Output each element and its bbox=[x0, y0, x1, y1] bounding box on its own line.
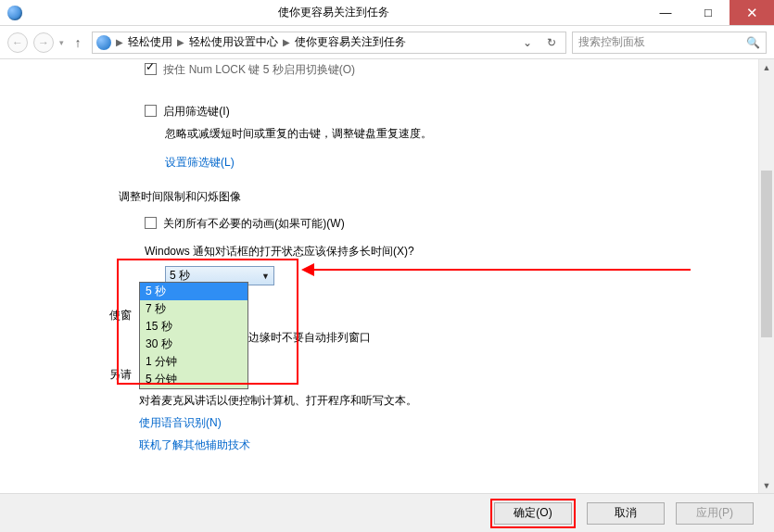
obscured-label-2: 另请 bbox=[109, 367, 132, 383]
speech-recognition-link[interactable]: 使用语音识别(N) bbox=[139, 415, 222, 431]
close-button[interactable]: ✕ bbox=[730, 0, 774, 25]
notification-duration-label: Windows 通知对话框的打开状态应该保持多长时间(X)? bbox=[145, 242, 748, 260]
more-assistive-tech-link[interactable]: 联机了解其他辅助技术 bbox=[139, 437, 250, 453]
address-bar[interactable]: ▶ 轻松使用 ▶ 轻松使用设置中心 ▶ 使你更容易关注到任务 ⌄ ↻ bbox=[92, 32, 566, 54]
titlebar: 使你更容易关注到任务 — □ ✕ bbox=[0, 0, 774, 26]
search-placeholder: 搜索控制面板 bbox=[578, 34, 645, 50]
up-button[interactable]: ↑ bbox=[70, 35, 86, 50]
annotation-arrow bbox=[306, 269, 691, 271]
history-dropdown-icon[interactable]: ▾ bbox=[59, 38, 64, 47]
section-time-limits-header: 调整时间限制和闪烁图像 bbox=[119, 189, 748, 205]
disable-animations-row: 关闭所有不必要的动画(如果可能)(W) bbox=[145, 214, 748, 233]
window-title: 使你更容易关注到任务 bbox=[22, 5, 644, 20]
forward-button[interactable]: → bbox=[33, 32, 54, 53]
address-dropdown-icon[interactable]: ⌄ bbox=[517, 36, 538, 49]
scroll-thumb[interactable] bbox=[761, 171, 772, 337]
chevron-right-icon: ▶ bbox=[174, 37, 187, 47]
footer: 确定(O) 取消 应用(P) bbox=[0, 493, 774, 532]
back-button[interactable]: ← bbox=[7, 32, 28, 53]
chevron-right-icon: ▶ bbox=[113, 37, 126, 47]
scroll-down-icon[interactable]: ▼ bbox=[759, 477, 774, 493]
breadcrumb-seg-2[interactable]: 轻松使用设置中心 bbox=[189, 34, 278, 50]
dropdown-option[interactable]: 15 秒 bbox=[140, 318, 247, 336]
disable-animations-label: 关闭所有不必要的动画(如果可能)(W) bbox=[163, 217, 344, 230]
filter-keys-checkbox[interactable] bbox=[145, 105, 157, 117]
minimize-button[interactable]: — bbox=[644, 0, 687, 25]
scroll-up-icon[interactable]: ▲ bbox=[759, 59, 774, 75]
breadcrumb-seg-3[interactable]: 使你更容易关注到任务 bbox=[295, 34, 406, 50]
toggle-keys-row: 按住 Num LOCK 键 5 秒启用切换键(O) bbox=[145, 61, 748, 78]
chevron-right-icon: ▶ bbox=[280, 37, 293, 47]
toggle-keys-label: 按住 Num LOCK 键 5 秒启用切换键(O) bbox=[163, 63, 355, 76]
vertical-scrollbar[interactable]: ▲ ▼ bbox=[758, 59, 774, 493]
refresh-icon[interactable]: ↻ bbox=[541, 36, 562, 49]
app-icon bbox=[7, 6, 22, 20]
dropdown-option[interactable]: 5 秒 bbox=[140, 283, 247, 300]
search-icon: 🔍 bbox=[746, 36, 760, 49]
filter-keys-row: 启用筛选键(I) bbox=[145, 102, 748, 120]
dropdown-option[interactable]: 30 秒 bbox=[140, 336, 247, 353]
obscured-label-1: 使窗 bbox=[109, 308, 132, 323]
window-controls: — □ ✕ bbox=[644, 0, 774, 25]
chevron-down-icon: ▼ bbox=[261, 272, 270, 281]
disable-animations-checkbox[interactable] bbox=[145, 217, 157, 229]
dropdown-option[interactable]: 5 分钟 bbox=[140, 371, 247, 388]
dropdown-option[interactable]: 7 秒 bbox=[140, 300, 247, 318]
content-pane: 按住 Num LOCK 键 5 秒启用切换键(O) 启用筛选键(I) 忽略或减缓… bbox=[0, 59, 774, 493]
search-input[interactable]: 搜索控制面板 🔍 bbox=[572, 32, 767, 54]
speech-desc: 对着麦克风讲话以便控制计算机、打开程序和听写文本。 bbox=[139, 393, 417, 409]
notification-duration-dropdown[interactable]: 5 秒 7 秒 15 秒 30 秒 1 分钟 5 分钟 bbox=[139, 282, 248, 389]
annotation-ok-highlight: 确定(O) bbox=[490, 499, 576, 528]
breadcrumb-seg-1[interactable]: 轻松使用 bbox=[128, 34, 172, 50]
apply-button[interactable]: 应用(P) bbox=[676, 502, 754, 525]
cancel-button[interactable]: 取消 bbox=[587, 502, 665, 525]
filter-keys-desc: 忽略或减缓短时间或重复的击键，调整键盘重复速度。 bbox=[165, 126, 748, 142]
toggle-keys-checkbox[interactable] bbox=[145, 63, 157, 75]
maximize-button[interactable]: □ bbox=[687, 0, 730, 25]
filter-keys-label: 启用筛选键(I) bbox=[163, 105, 229, 118]
ok-button[interactable]: 确定(O) bbox=[494, 502, 572, 525]
navbar: ← → ▾ ↑ ▶ 轻松使用 ▶ 轻松使用设置中心 ▶ 使你更容易关注到任务 ⌄… bbox=[0, 26, 774, 59]
filter-keys-settings-link[interactable]: 设置筛选键(L) bbox=[165, 155, 748, 171]
dropdown-option[interactable]: 1 分钟 bbox=[140, 353, 247, 371]
location-icon bbox=[96, 35, 111, 50]
